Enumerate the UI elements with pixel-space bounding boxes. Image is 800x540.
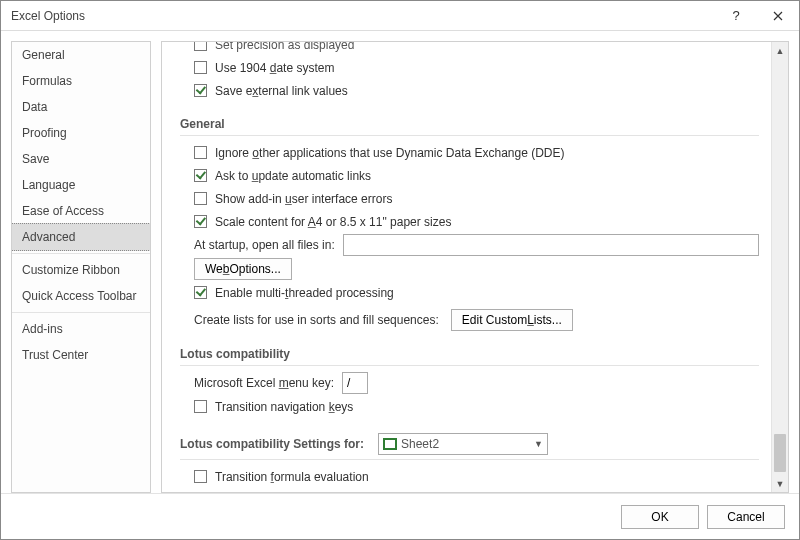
sidebar-item-add-ins[interactable]: Add-ins: [12, 316, 150, 342]
sidebar-item-trust-center[interactable]: Trust Center: [12, 342, 150, 368]
label-transition-nav: Transition navigation keys: [215, 400, 353, 414]
sidebar-item-data[interactable]: Data: [12, 94, 150, 120]
category-list: General Formulas Data Proofing Save Lang…: [11, 41, 151, 493]
help-button[interactable]: ?: [715, 1, 757, 31]
label-autolinks: Ask to update automatic links: [215, 169, 371, 183]
vertical-scrollbar[interactable]: ▲ ▼: [771, 42, 788, 492]
checkbox-external-links[interactable]: [194, 84, 207, 97]
checkbox-dde[interactable]: [194, 146, 207, 159]
cancel-button[interactable]: Cancel: [707, 505, 785, 529]
group-lotus: Lotus compatibility: [180, 341, 759, 366]
label-external-links: Save external link values: [215, 84, 348, 98]
sidebar-item-general[interactable]: General: [12, 42, 150, 68]
window-title: Excel Options: [11, 9, 715, 23]
titlebar: Excel Options ?: [1, 1, 799, 31]
ok-button[interactable]: OK: [621, 505, 699, 529]
label-transition-formula-eval: Transition formula evaluation: [215, 470, 369, 484]
checkbox-autolinks[interactable]: [194, 169, 207, 182]
sidebar-item-formulas[interactable]: Formulas: [12, 68, 150, 94]
scroll-up-arrow[interactable]: ▲: [772, 42, 788, 59]
excel-options-dialog: Excel Options ? General Formulas Data Pr…: [0, 0, 800, 540]
label-scale-content: Scale content for A4 or 8.5 x 11" paper …: [215, 215, 451, 229]
sidebar-item-advanced[interactable]: Advanced: [11, 223, 151, 251]
sidebar-item-customize-ribbon[interactable]: Customize Ribbon: [12, 257, 150, 283]
label-dde: Ignore other applications that use Dynam…: [215, 146, 565, 160]
checkbox-multithread[interactable]: [194, 286, 207, 299]
sheet-select-value: Sheet2: [401, 437, 439, 451]
label-precision: Set precision as displayed: [215, 42, 354, 52]
checkbox-transition-nav[interactable]: [194, 400, 207, 413]
label-addin-errors: Show add-in user interface errors: [215, 192, 392, 206]
checkbox-transition-formula-eval[interactable]: [194, 470, 207, 483]
sidebar-item-save[interactable]: Save: [12, 146, 150, 172]
label-lotus-settings: Lotus compatibility Settings for:: [180, 437, 364, 451]
checkbox-precision[interactable]: [194, 42, 207, 51]
chevron-down-icon: ▼: [528, 439, 543, 449]
sidebar-item-quick-access-toolbar[interactable]: Quick Access Toolbar: [12, 283, 150, 309]
group-lotus-settings: Lotus compatibility Settings for: Sheet2…: [180, 427, 759, 460]
sidebar-item-language[interactable]: Language: [12, 172, 150, 198]
sheet-select[interactable]: Sheet2 ▼: [378, 433, 548, 455]
label-custom-lists: Create lists for use in sorts and fill s…: [194, 313, 439, 327]
label-startup-path: At startup, open all files in:: [194, 238, 335, 252]
menu-key-input[interactable]: [342, 372, 368, 394]
checkbox-1904-date[interactable]: [194, 61, 207, 74]
web-options-button[interactable]: Web Options...: [194, 258, 292, 280]
label-multithread: Enable multi-threaded processing: [215, 286, 394, 300]
options-panel: Set precision as displayed Use 1904 date…: [161, 41, 789, 493]
scroll-down-arrow[interactable]: ▼: [772, 475, 788, 492]
sheet-icon: [383, 438, 397, 450]
group-general: General: [180, 111, 759, 136]
label-1904-date: Use 1904 date system: [215, 61, 334, 75]
startup-path-input[interactable]: [343, 234, 759, 256]
sidebar-item-proofing[interactable]: Proofing: [12, 120, 150, 146]
checkbox-addin-errors[interactable]: [194, 192, 207, 205]
edit-custom-lists-button[interactable]: Edit Custom Lists...: [451, 309, 573, 331]
label-menu-key: Microsoft Excel menu key:: [194, 376, 334, 390]
sidebar-item-ease-of-access[interactable]: Ease of Access: [12, 198, 150, 224]
close-button[interactable]: [757, 1, 799, 31]
checkbox-scale-content[interactable]: [194, 215, 207, 228]
dialog-footer: OK Cancel: [1, 493, 799, 539]
scroll-thumb[interactable]: [774, 434, 786, 472]
